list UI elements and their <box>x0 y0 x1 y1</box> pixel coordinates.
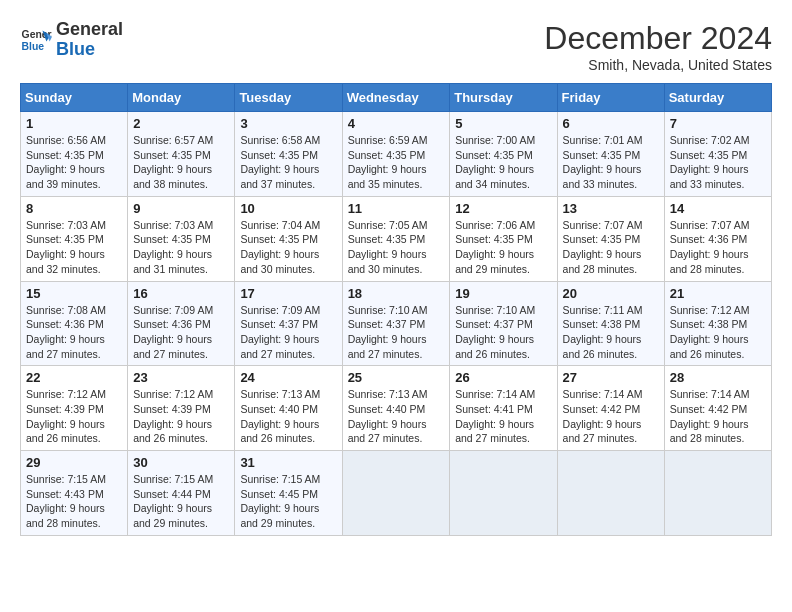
day-number: 11 <box>348 201 445 216</box>
day-number: 2 <box>133 116 229 131</box>
day-number: 3 <box>240 116 336 131</box>
calendar-cell: 4 Sunrise: 6:59 AMSunset: 4:35 PMDayligh… <box>342 112 450 197</box>
day-detail: Sunrise: 7:12 AMSunset: 4:39 PMDaylight:… <box>133 388 213 444</box>
day-detail: Sunrise: 7:15 AMSunset: 4:43 PMDaylight:… <box>26 473 106 529</box>
calendar-cell: 29 Sunrise: 7:15 AMSunset: 4:43 PMDaylig… <box>21 451 128 536</box>
calendar-cell: 1 Sunrise: 6:56 AMSunset: 4:35 PMDayligh… <box>21 112 128 197</box>
day-detail: Sunrise: 7:03 AMSunset: 4:35 PMDaylight:… <box>26 219 106 275</box>
column-header-sunday: Sunday <box>21 84 128 112</box>
day-number: 17 <box>240 286 336 301</box>
day-detail: Sunrise: 7:12 AMSunset: 4:39 PMDaylight:… <box>26 388 106 444</box>
calendar-cell: 31 Sunrise: 7:15 AMSunset: 4:45 PMDaylig… <box>235 451 342 536</box>
day-number: 28 <box>670 370 766 385</box>
day-detail: Sunrise: 7:02 AMSunset: 4:35 PMDaylight:… <box>670 134 750 190</box>
day-detail: Sunrise: 7:07 AMSunset: 4:35 PMDaylight:… <box>563 219 643 275</box>
calendar-cell: 13 Sunrise: 7:07 AMSunset: 4:35 PMDaylig… <box>557 196 664 281</box>
month-title: December 2024 <box>544 20 772 57</box>
calendar-cell: 30 Sunrise: 7:15 AMSunset: 4:44 PMDaylig… <box>128 451 235 536</box>
day-detail: Sunrise: 7:03 AMSunset: 4:35 PMDaylight:… <box>133 219 213 275</box>
day-number: 1 <box>26 116 122 131</box>
day-detail: Sunrise: 7:15 AMSunset: 4:45 PMDaylight:… <box>240 473 320 529</box>
calendar-cell: 10 Sunrise: 7:04 AMSunset: 4:35 PMDaylig… <box>235 196 342 281</box>
calendar-cell <box>450 451 557 536</box>
calendar-cell: 22 Sunrise: 7:12 AMSunset: 4:39 PMDaylig… <box>21 366 128 451</box>
day-number: 12 <box>455 201 551 216</box>
calendar-cell: 17 Sunrise: 7:09 AMSunset: 4:37 PMDaylig… <box>235 281 342 366</box>
logo-line2: Blue <box>56 40 123 60</box>
calendar-cell: 18 Sunrise: 7:10 AMSunset: 4:37 PMDaylig… <box>342 281 450 366</box>
day-detail: Sunrise: 6:58 AMSunset: 4:35 PMDaylight:… <box>240 134 320 190</box>
day-number: 27 <box>563 370 659 385</box>
calendar-cell: 11 Sunrise: 7:05 AMSunset: 4:35 PMDaylig… <box>342 196 450 281</box>
calendar-cell: 14 Sunrise: 7:07 AMSunset: 4:36 PMDaylig… <box>664 196 771 281</box>
logo-line1: General <box>56 20 123 40</box>
calendar-cell: 20 Sunrise: 7:11 AMSunset: 4:38 PMDaylig… <box>557 281 664 366</box>
day-detail: Sunrise: 7:04 AMSunset: 4:35 PMDaylight:… <box>240 219 320 275</box>
day-detail: Sunrise: 7:01 AMSunset: 4:35 PMDaylight:… <box>563 134 643 190</box>
logo: General Blue General Blue <box>20 20 123 60</box>
calendar-cell: 28 Sunrise: 7:14 AMSunset: 4:42 PMDaylig… <box>664 366 771 451</box>
day-detail: Sunrise: 7:12 AMSunset: 4:38 PMDaylight:… <box>670 304 750 360</box>
day-number: 5 <box>455 116 551 131</box>
column-header-saturday: Saturday <box>664 84 771 112</box>
calendar-cell: 27 Sunrise: 7:14 AMSunset: 4:42 PMDaylig… <box>557 366 664 451</box>
calendar-cell: 3 Sunrise: 6:58 AMSunset: 4:35 PMDayligh… <box>235 112 342 197</box>
calendar-header-row: SundayMondayTuesdayWednesdayThursdayFrid… <box>21 84 772 112</box>
calendar-cell: 16 Sunrise: 7:09 AMSunset: 4:36 PMDaylig… <box>128 281 235 366</box>
page-header: General Blue General Blue December 2024 … <box>20 20 772 73</box>
day-number: 19 <box>455 286 551 301</box>
calendar-cell: 19 Sunrise: 7:10 AMSunset: 4:37 PMDaylig… <box>450 281 557 366</box>
day-number: 30 <box>133 455 229 470</box>
calendar-cell: 26 Sunrise: 7:14 AMSunset: 4:41 PMDaylig… <box>450 366 557 451</box>
day-detail: Sunrise: 7:06 AMSunset: 4:35 PMDaylight:… <box>455 219 535 275</box>
calendar-cell: 8 Sunrise: 7:03 AMSunset: 4:35 PMDayligh… <box>21 196 128 281</box>
title-area: December 2024 Smith, Nevada, United Stat… <box>544 20 772 73</box>
svg-text:Blue: Blue <box>22 40 45 51</box>
day-detail: Sunrise: 7:05 AMSunset: 4:35 PMDaylight:… <box>348 219 428 275</box>
calendar-cell: 24 Sunrise: 7:13 AMSunset: 4:40 PMDaylig… <box>235 366 342 451</box>
day-number: 16 <box>133 286 229 301</box>
column-header-tuesday: Tuesday <box>235 84 342 112</box>
day-detail: Sunrise: 6:56 AMSunset: 4:35 PMDaylight:… <box>26 134 106 190</box>
day-number: 26 <box>455 370 551 385</box>
day-detail: Sunrise: 7:11 AMSunset: 4:38 PMDaylight:… <box>563 304 643 360</box>
day-number: 6 <box>563 116 659 131</box>
day-number: 22 <box>26 370 122 385</box>
column-header-friday: Friday <box>557 84 664 112</box>
day-number: 24 <box>240 370 336 385</box>
day-number: 8 <box>26 201 122 216</box>
calendar-cell: 5 Sunrise: 7:00 AMSunset: 4:35 PMDayligh… <box>450 112 557 197</box>
column-header-monday: Monday <box>128 84 235 112</box>
day-number: 23 <box>133 370 229 385</box>
day-number: 29 <box>26 455 122 470</box>
day-detail: Sunrise: 7:13 AMSunset: 4:40 PMDaylight:… <box>240 388 320 444</box>
day-detail: Sunrise: 6:57 AMSunset: 4:35 PMDaylight:… <box>133 134 213 190</box>
day-detail: Sunrise: 7:08 AMSunset: 4:36 PMDaylight:… <box>26 304 106 360</box>
day-detail: Sunrise: 7:10 AMSunset: 4:37 PMDaylight:… <box>455 304 535 360</box>
day-detail: Sunrise: 7:13 AMSunset: 4:40 PMDaylight:… <box>348 388 428 444</box>
calendar-cell: 12 Sunrise: 7:06 AMSunset: 4:35 PMDaylig… <box>450 196 557 281</box>
day-detail: Sunrise: 7:00 AMSunset: 4:35 PMDaylight:… <box>455 134 535 190</box>
calendar-cell: 6 Sunrise: 7:01 AMSunset: 4:35 PMDayligh… <box>557 112 664 197</box>
day-number: 18 <box>348 286 445 301</box>
day-number: 31 <box>240 455 336 470</box>
day-detail: Sunrise: 7:10 AMSunset: 4:37 PMDaylight:… <box>348 304 428 360</box>
calendar-cell: 9 Sunrise: 7:03 AMSunset: 4:35 PMDayligh… <box>128 196 235 281</box>
calendar-table: SundayMondayTuesdayWednesdayThursdayFrid… <box>20 83 772 536</box>
column-header-wednesday: Wednesday <box>342 84 450 112</box>
calendar-cell: 7 Sunrise: 7:02 AMSunset: 4:35 PMDayligh… <box>664 112 771 197</box>
day-detail: Sunrise: 7:15 AMSunset: 4:44 PMDaylight:… <box>133 473 213 529</box>
day-number: 4 <box>348 116 445 131</box>
logo-icon: General Blue <box>20 24 52 56</box>
calendar-cell <box>342 451 450 536</box>
day-detail: Sunrise: 7:14 AMSunset: 4:41 PMDaylight:… <box>455 388 535 444</box>
day-number: 10 <box>240 201 336 216</box>
day-number: 13 <box>563 201 659 216</box>
column-header-thursday: Thursday <box>450 84 557 112</box>
day-detail: Sunrise: 7:14 AMSunset: 4:42 PMDaylight:… <box>670 388 750 444</box>
logo-text: General Blue <box>56 20 123 60</box>
day-number: 21 <box>670 286 766 301</box>
day-detail: Sunrise: 7:07 AMSunset: 4:36 PMDaylight:… <box>670 219 750 275</box>
day-number: 7 <box>670 116 766 131</box>
day-number: 20 <box>563 286 659 301</box>
